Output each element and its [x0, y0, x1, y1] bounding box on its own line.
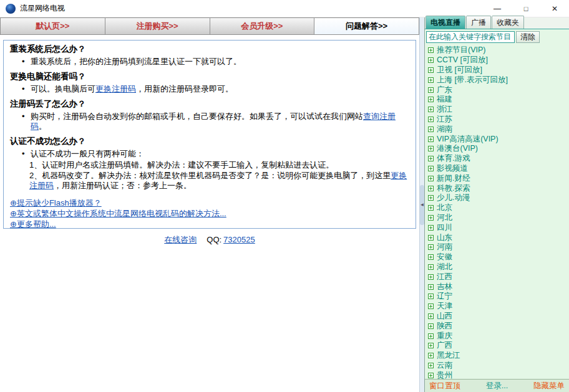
tab-favorites[interactable]: 收藏夹 — [492, 16, 524, 29]
channel-item[interactable]: 港澳台(VIP) — [427, 144, 569, 154]
channel-item[interactable]: 湖北 — [427, 262, 569, 272]
minimize-button[interactable]: — — [483, 0, 512, 17]
expand-icon[interactable] — [428, 254, 434, 260]
channel-item[interactable]: 卫视 [可回放] — [427, 65, 569, 75]
login-button[interactable]: 登录... — [486, 381, 508, 391]
channel-item[interactable]: 黑龙江 — [427, 351, 569, 361]
expand-icon[interactable] — [428, 195, 434, 201]
search-input[interactable] — [426, 31, 515, 43]
expand-icon[interactable] — [428, 176, 434, 181]
expand-icon[interactable] — [428, 304, 434, 309]
channel-item[interactable]: 影视频道 — [427, 164, 569, 174]
pin-window-button[interactable]: 窗口置顶 — [429, 381, 460, 391]
channel-item[interactable]: 湖南 — [427, 124, 569, 134]
expand-icon[interactable] — [428, 77, 434, 83]
tab-member-upgrade[interactable]: 会员升级>> — [210, 17, 315, 35]
expand-icon[interactable] — [428, 87, 434, 93]
channel-item[interactable]: 上海 [带.表示可回放] — [427, 75, 569, 85]
channel-item[interactable]: 福建 — [427, 95, 569, 105]
channel-item[interactable]: 江西 — [427, 272, 569, 282]
expand-icon[interactable] — [428, 333, 434, 339]
channel-item[interactable]: 云南 — [427, 361, 569, 371]
qq-label: QQ: — [207, 235, 221, 244]
panel-splitter[interactable]: ◄ — [419, 17, 424, 392]
expand-icon[interactable] — [428, 235, 434, 241]
channel-item[interactable]: 辽宁 — [427, 292, 569, 302]
faq-answer-text: 。 — [39, 122, 47, 131]
faq-answer: 购买时，注册码会自动发到你的邮箱或手机，自己要保存好。如果丢了，可以试试在我们网… — [10, 112, 409, 131]
tab-default-page[interactable]: 默认页>> — [0, 17, 105, 35]
main-area: 默认页>> 注册购买>> 会员升级>> 问题解答>> 重装系统后怎么办？ 重装系… — [0, 17, 569, 392]
close-button[interactable]: ✕ — [540, 0, 569, 17]
channel-item[interactable]: 广东 — [427, 85, 569, 95]
expand-icon[interactable] — [428, 107, 434, 112]
channel-item[interactable]: 山东 — [427, 232, 569, 242]
expand-icon[interactable] — [428, 57, 434, 63]
expand-icon[interactable] — [428, 127, 434, 132]
garbled-text-help-link[interactable]: ⊕英文或繁体中文操作系统中流星网络电视乱码的解决方法... — [10, 209, 409, 219]
expand-icon[interactable] — [428, 313, 434, 319]
channel-item[interactable]: 新闻.财经 — [427, 173, 569, 183]
expand-icon[interactable] — [428, 166, 434, 171]
window-controls: — □ ✕ — [483, 0, 569, 17]
expand-icon[interactable] — [428, 274, 434, 280]
channel-item[interactable]: 浙江 — [427, 105, 569, 115]
channel-label: 重庆 — [437, 331, 452, 342]
channel-item[interactable]: 河北 — [427, 213, 569, 223]
clear-search-button[interactable]: 清除 — [516, 31, 540, 43]
expand-icon[interactable] — [428, 363, 434, 368]
expand-icon[interactable] — [428, 146, 434, 151]
channel-item[interactable]: 山西 — [427, 312, 569, 322]
channel-item[interactable]: 陕西 — [427, 321, 569, 331]
channel-item[interactable]: 江苏 — [427, 115, 569, 125]
channel-label: 四川 — [437, 222, 452, 233]
more-help-link[interactable]: ⊕更多帮助... — [10, 219, 409, 229]
expand-icon[interactable] — [428, 323, 434, 329]
expand-icon[interactable] — [428, 294, 434, 299]
expand-icon[interactable] — [428, 136, 434, 142]
expand-icon[interactable] — [428, 205, 434, 211]
flash-missing-help-link[interactable]: ⊕提示缺少Flash播放器？ — [10, 198, 409, 208]
channel-item[interactable]: 吉林 — [427, 282, 569, 292]
maximize-button[interactable]: □ — [512, 0, 540, 17]
channel-item[interactable]: 安徽 — [427, 252, 569, 262]
channel-item[interactable]: 天津 — [427, 302, 569, 312]
tab-tv-live[interactable]: 电视直播 — [426, 16, 465, 29]
expand-icon[interactable] — [428, 156, 434, 161]
change-regcode-link[interactable]: 更换注册码 — [95, 84, 136, 93]
expand-icon[interactable] — [428, 284, 434, 290]
expand-icon[interactable] — [428, 264, 434, 270]
channel-item[interactable]: 四川 — [427, 222, 569, 232]
channel-item[interactable]: 广西 — [427, 341, 569, 351]
channel-item[interactable]: 重庆 — [427, 331, 569, 341]
expand-icon[interactable] — [428, 343, 434, 348]
channel-item[interactable]: CCTV [可回放] — [427, 55, 569, 65]
expand-icon[interactable] — [428, 67, 434, 73]
expand-icon[interactable] — [428, 117, 434, 122]
collapse-handle[interactable]: ◄ — [420, 185, 424, 225]
channel-item[interactable]: 少儿.动漫 — [427, 193, 569, 203]
expand-icon[interactable] — [428, 47, 434, 53]
online-consult-link[interactable]: 在线咨询 — [164, 235, 197, 244]
channel-item[interactable]: 科教.探索 — [427, 183, 569, 193]
channel-item[interactable]: 推荐节目(VIP) — [427, 45, 569, 55]
expand-icon[interactable] — [428, 215, 434, 221]
channel-label: 黑龙江 — [437, 350, 460, 361]
tab-register-purchase[interactable]: 注册购买>> — [105, 17, 210, 35]
channel-label: 推荐节目(VIP) — [437, 45, 485, 55]
hide-menu-button[interactable]: 隐藏菜单 — [533, 381, 565, 391]
expand-icon[interactable] — [428, 186, 434, 191]
expand-icon[interactable] — [428, 225, 434, 231]
expand-icon[interactable] — [428, 97, 434, 102]
channel-item[interactable]: 河南 — [427, 242, 569, 252]
expand-icon[interactable] — [428, 373, 434, 378]
channel-item[interactable]: 体育.游戏 — [427, 154, 569, 164]
channel-item[interactable]: 贵州 — [427, 370, 569, 379]
tab-radio[interactable]: 广播 — [466, 16, 491, 29]
qq-number-link[interactable]: 7320525 — [223, 235, 255, 244]
channel-item[interactable]: VIP高清高速(VIP) — [427, 134, 569, 144]
channel-item[interactable]: 北京 — [427, 203, 569, 213]
expand-icon[interactable] — [428, 244, 434, 250]
expand-icon[interactable] — [428, 353, 434, 358]
tab-faq[interactable]: 问题解答>> — [314, 17, 419, 35]
